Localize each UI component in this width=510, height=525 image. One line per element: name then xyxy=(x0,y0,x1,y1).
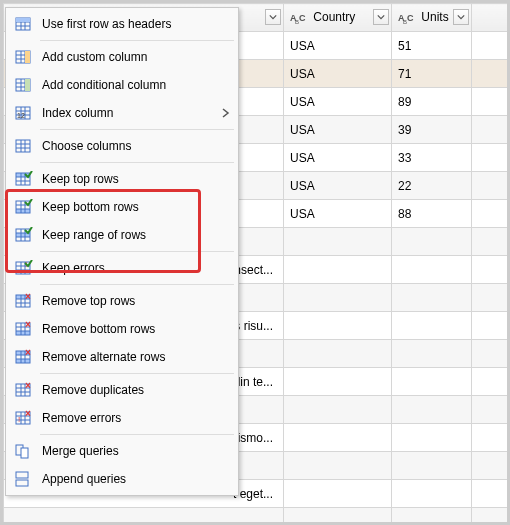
cell[interactable] xyxy=(472,508,511,526)
cell-units[interactable] xyxy=(392,452,472,480)
cell-country[interactable]: USA xyxy=(284,32,392,60)
cell-units[interactable]: 89 xyxy=(392,88,472,116)
menu-item-remove-alt[interactable]: ×Remove alternate rows xyxy=(6,343,238,371)
cell-country[interactable] xyxy=(284,312,392,340)
cell-units[interactable] xyxy=(392,340,472,368)
cell[interactable] xyxy=(472,396,511,424)
menu-item-keep-errors[interactable]: !Keep errors xyxy=(6,254,238,282)
menu-item-remove-top[interactable]: ×Remove top rows xyxy=(6,287,238,315)
menu-item-keep-range[interactable]: Keep range of rows xyxy=(6,221,238,249)
menu-item-remove-dup[interactable]: ×Remove duplicates xyxy=(6,376,238,404)
menu-item-keep-top[interactable]: Keep top rows xyxy=(6,165,238,193)
menu-item-label: Keep range of rows xyxy=(36,228,232,242)
cell[interactable] xyxy=(472,228,511,256)
cell[interactable] xyxy=(4,508,284,526)
cell-units[interactable]: 33 xyxy=(392,144,472,172)
cell[interactable] xyxy=(472,60,511,88)
menu-item-label: Add conditional column xyxy=(36,78,232,92)
menu-item-index-col[interactable]: 12Index column xyxy=(6,99,238,127)
table-context-menu: Use first row as headersAdd custom colum… xyxy=(5,7,239,496)
menu-item-append[interactable]: Append queries xyxy=(6,465,238,493)
cell-units[interactable] xyxy=(392,424,472,452)
menu-item-label: Use first row as headers xyxy=(36,17,232,31)
remove-err-icon-wrap: !× xyxy=(12,410,36,426)
cell-country[interactable] xyxy=(284,424,392,452)
cell[interactable] xyxy=(472,340,511,368)
cell-country[interactable]: USA xyxy=(284,116,392,144)
cell[interactable] xyxy=(472,144,511,172)
cell-country[interactable] xyxy=(284,228,392,256)
cell-country[interactable] xyxy=(284,368,392,396)
cell-country[interactable]: USA xyxy=(284,60,392,88)
cell[interactable] xyxy=(472,116,511,144)
menu-separator xyxy=(40,284,234,285)
menu-item-label: Keep errors xyxy=(36,261,232,275)
append-icon-wrap xyxy=(12,471,36,487)
cell-units[interactable] xyxy=(392,284,472,312)
choose-col-icon xyxy=(15,138,33,154)
cell-units[interactable] xyxy=(392,396,472,424)
menu-item-choose-col[interactable]: Choose columns xyxy=(6,132,238,160)
cell-units[interactable] xyxy=(392,256,472,284)
cell-country[interactable]: USA xyxy=(284,200,392,228)
cell-units[interactable] xyxy=(392,508,472,526)
remove-bottom-icon: × xyxy=(15,321,33,337)
keep-errors-icon-wrap: ! xyxy=(12,260,36,276)
remove-err-icon: !× xyxy=(15,410,33,426)
cell-units[interactable]: 88 xyxy=(392,200,472,228)
cell-country[interactable]: USA xyxy=(284,144,392,172)
cell-units[interactable] xyxy=(392,228,472,256)
column-filter-button[interactable] xyxy=(265,9,281,25)
cell-country[interactable] xyxy=(284,256,392,284)
column-header-extra xyxy=(472,4,511,32)
column-header-units[interactable]: ABC Units xyxy=(392,4,472,32)
cell-country[interactable] xyxy=(284,284,392,312)
chevron-down-icon xyxy=(269,13,277,21)
cell[interactable] xyxy=(472,480,511,508)
table-row[interactable] xyxy=(4,508,511,526)
cell-country[interactable] xyxy=(284,508,392,526)
cell[interactable] xyxy=(472,424,511,452)
column-filter-button[interactable] xyxy=(373,9,389,25)
cell-units[interactable] xyxy=(392,312,472,340)
cell-units[interactable]: 71 xyxy=(392,60,472,88)
menu-item-cond-col[interactable]: Add conditional column xyxy=(6,71,238,99)
menu-item-label: Append queries xyxy=(36,472,232,486)
cell[interactable] xyxy=(472,172,511,200)
cell-country[interactable] xyxy=(284,452,392,480)
cell[interactable] xyxy=(472,368,511,396)
keep-bottom-icon xyxy=(15,199,33,215)
cell-country[interactable] xyxy=(284,396,392,424)
cell-units[interactable]: 39 xyxy=(392,116,472,144)
cell[interactable] xyxy=(472,32,511,60)
column-header-country[interactable]: ABC Country xyxy=(284,4,392,32)
menu-item-keep-bottom[interactable]: Keep bottom rows xyxy=(6,193,238,221)
choose-col-icon-wrap xyxy=(12,138,36,154)
cell-units[interactable]: 22 xyxy=(392,172,472,200)
cell-country[interactable]: USA xyxy=(284,172,392,200)
cell-country[interactable] xyxy=(284,480,392,508)
abc-type-icon: ABC xyxy=(398,11,414,25)
svg-rect-33 xyxy=(16,140,30,152)
cell[interactable] xyxy=(472,256,511,284)
cell-units[interactable] xyxy=(392,368,472,396)
column-filter-button[interactable] xyxy=(453,9,469,25)
cell-country[interactable]: USA xyxy=(284,88,392,116)
cell[interactable] xyxy=(472,312,511,340)
menu-item-headers[interactable]: Use first row as headers xyxy=(6,10,238,38)
menu-item-merge[interactable]: Merge queries xyxy=(6,437,238,465)
menu-item-remove-err[interactable]: !×Remove errors xyxy=(6,404,238,432)
cell-units[interactable]: 51 xyxy=(392,32,472,60)
cell[interactable] xyxy=(472,200,511,228)
cell-country[interactable] xyxy=(284,340,392,368)
svg-rect-56 xyxy=(16,262,30,274)
svg-text:×: × xyxy=(25,321,31,330)
cell-units[interactable] xyxy=(392,480,472,508)
cell[interactable] xyxy=(472,452,511,480)
menu-item-custom-col[interactable]: Add custom column xyxy=(6,43,238,71)
menu-item-label: Add custom column xyxy=(36,50,232,64)
cell[interactable] xyxy=(472,284,511,312)
menu-item-remove-bottom[interactable]: ×Remove bottom rows xyxy=(6,315,238,343)
cell[interactable] xyxy=(472,88,511,116)
svg-rect-100 xyxy=(16,480,28,486)
